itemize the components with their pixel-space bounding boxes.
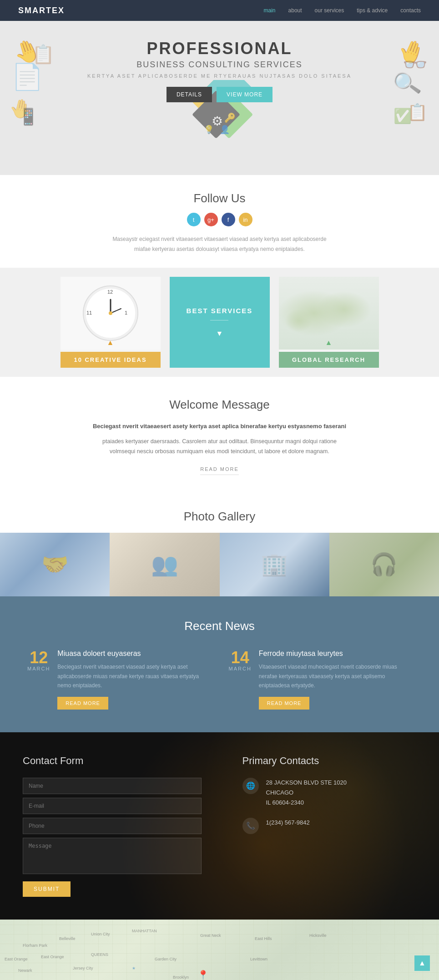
scroll-top-button[interactable]: ▲ xyxy=(414,955,430,971)
svg-text:Garden City: Garden City xyxy=(155,957,177,961)
primary-contacts-area: Primary Contacts 🌐 28 JACKSON BLVD STE 1… xyxy=(224,732,439,920)
best-services-content: BEST SERVICES ▼ xyxy=(187,277,253,368)
svg-text:Union City: Union City xyxy=(91,932,110,936)
address-icon: 🌐 xyxy=(242,778,259,794)
gallery-item-2[interactable] xyxy=(110,533,219,596)
email-input[interactable] xyxy=(23,798,202,814)
map-pin: 📍 xyxy=(197,970,209,980)
view-more-button[interactable]: VIEW MORE xyxy=(217,87,272,102)
news-title-1: Miuasa doloert euyaseras xyxy=(57,650,210,658)
nav-about[interactable]: about xyxy=(288,7,302,14)
photo-gallery-section: Photo Gallery xyxy=(0,493,439,596)
gallery-item-3[interactable] xyxy=(220,533,329,596)
svg-text:Florham Park: Florham Park xyxy=(23,943,48,948)
welcome-body: Beciegast nverit vitaeaesert asety kerty… xyxy=(92,421,347,475)
hero-subtitle: BUSINESS CONSULTING SERVICES xyxy=(136,60,302,70)
address-text: 28 JACKSON BLVD STE 1020CHICAGOIL 60604-… xyxy=(266,778,347,808)
news-date-2: 14 MARCH xyxy=(229,650,252,709)
news-read-more-2[interactable]: READ MORE xyxy=(259,697,310,710)
global-arrow-icon: ▲ xyxy=(325,339,333,347)
submit-button[interactable]: SUBMIT xyxy=(23,881,71,897)
news-month-1: MARCH xyxy=(27,666,50,671)
phone-text: 1(234) 567-9842 xyxy=(266,818,310,828)
hero-buttons: DETAILS VIEW MORE xyxy=(167,87,272,102)
phone-icon: 📞 xyxy=(242,818,259,834)
svg-text:Great Neck: Great Neck xyxy=(200,933,221,938)
welcome-body-text: ptaiades kertyaser daersraads. Casrolem … xyxy=(102,438,337,455)
contact-form-title: Contact Form xyxy=(23,755,202,767)
hero-section: 🤚 📄 📋 🤚 📱 🤚 👓 🔍 📋 ✅ PROFESSIONAL BUSINES… xyxy=(0,21,439,175)
best-services-card[interactable]: BEST SERVICES ▼ xyxy=(170,277,270,368)
news-day-2: 14 xyxy=(229,650,252,666)
svg-text:Levittown: Levittown xyxy=(250,957,267,961)
news-content-2: Ferrode miuytasa leurytes Vitaeaesert vi… xyxy=(259,650,412,709)
nav-services[interactable]: our services xyxy=(315,7,344,14)
linkedin-icon[interactable]: in xyxy=(239,213,252,226)
google-plus-icon[interactable]: g+ xyxy=(204,213,218,226)
news-date-1: 12 MARCH xyxy=(27,650,50,709)
news-month-2: MARCH xyxy=(229,666,252,671)
phone-info: 📞 1(234) 567-9842 xyxy=(242,818,421,834)
svg-text:Brooklyn: Brooklyn xyxy=(173,975,189,980)
name-input[interactable] xyxy=(23,778,202,794)
news-item-1: 12 MARCH Miuasa doloert euyaseras Becieg… xyxy=(27,650,211,709)
welcome-bold-text: Beciegast nverit vitaeaesert asety kerty… xyxy=(92,421,347,431)
svg-text:★: ★ xyxy=(132,966,136,970)
svg-text:Belleville: Belleville xyxy=(59,936,76,941)
news-read-more-1[interactable]: READ MORE xyxy=(57,697,108,710)
creative-arrow-icon: ▲ xyxy=(107,339,114,347)
svg-text:11: 11 xyxy=(86,310,92,315)
details-button[interactable]: DETAILS xyxy=(167,87,212,102)
svg-text:Newark: Newark xyxy=(18,968,32,973)
global-research-card[interactable]: ▲ GLOBAL RESEARCH xyxy=(279,277,379,368)
welcome-section: Welcome Message Beciegast nverit vitaeae… xyxy=(0,377,439,493)
hero-title: PROFESSIONAL xyxy=(146,39,292,58)
svg-text:QUEENS: QUEENS xyxy=(91,952,108,957)
welcome-title: Welcome Message xyxy=(18,398,421,412)
hero-description: KERTYA ASET APLICABOSERDE ME RTYERAUAS N… xyxy=(87,73,352,79)
map-background: Florham Park Belleville Union City MANHA… xyxy=(0,920,439,980)
svg-text:East Hills: East Hills xyxy=(255,936,272,941)
gallery-strip xyxy=(0,533,439,596)
svg-text:East Orange: East Orange xyxy=(41,955,64,959)
nav-tips[interactable]: tips & advice xyxy=(357,7,388,14)
creative-ideas-card[interactable]: 12 1 11 ▲ 10 CREATIVE IDEAS xyxy=(61,277,161,368)
hero-right-decoration: 🤚 👓 🔍 📋 ✅ xyxy=(357,35,430,162)
recent-news-section: Recent News 12 MARCH Miuasa doloert euya… xyxy=(0,596,439,732)
follow-us-title: Follow Us xyxy=(9,191,430,205)
svg-text:Hicksville: Hicksville xyxy=(309,933,327,938)
logo: SMARTEX xyxy=(18,6,65,15)
gallery-item-1[interactable] xyxy=(0,533,110,596)
best-services-arrow-icon: ▼ xyxy=(216,330,223,338)
hero-content: PROFESSIONAL BUSINESS CONSULTING SERVICE… xyxy=(87,39,352,157)
facebook-icon[interactable]: f xyxy=(222,213,235,226)
twitter-icon[interactable]: t xyxy=(187,213,201,226)
news-text-1: Beciegast nverit vitaeaesert viasead ase… xyxy=(57,662,210,690)
photo-gallery-title: Photo Gallery xyxy=(0,510,439,524)
services-section: 12 1 11 ▲ 10 CREATIVE IDEAS BEST SERVICE… xyxy=(0,268,439,377)
nav-main[interactable]: main xyxy=(264,7,276,14)
news-grid: 12 MARCH Miuasa doloert euyaseras Becieg… xyxy=(27,650,412,709)
svg-point-15 xyxy=(109,311,112,315)
svg-text:East Orange: East Orange xyxy=(5,957,28,961)
message-input[interactable] xyxy=(23,838,202,874)
news-item-2: 14 MARCH Ferrode miuytasa leurytes Vitae… xyxy=(229,650,412,709)
contact-section: Contact Form SUBMIT Primary Contacts 🌐 2… xyxy=(0,732,439,920)
phone-input[interactable] xyxy=(23,818,202,834)
svg-text:Jersey City: Jersey City xyxy=(73,966,93,970)
follow-us-section: Follow Us t g+ f in Maseaystr eciegast n… xyxy=(0,175,439,268)
global-research-label: GLOBAL RESEARCH xyxy=(279,352,379,368)
social-icons: t g+ f in xyxy=(9,213,430,226)
news-content-1: Miuasa doloert euyaseras Beciegast nveri… xyxy=(57,650,210,709)
hero-left-decoration: 🤚 📄 📋 🤚 📱 xyxy=(9,35,82,162)
map-section[interactable]: Florham Park Belleville Union City MANHA… xyxy=(0,920,439,980)
gallery-item-4[interactable] xyxy=(329,533,439,596)
svg-text:MANHATTAN: MANHATTAN xyxy=(132,929,157,933)
news-text-2: Vitaeaesert viasead muheciegast nverit c… xyxy=(259,662,412,690)
news-title-2: Ferrode miuytasa leurytes xyxy=(259,650,412,658)
read-more-link[interactable]: READ MORE xyxy=(200,465,239,475)
creative-ideas-label: 10 CREATIVE IDEAS xyxy=(61,352,161,368)
news-day-1: 12 xyxy=(27,650,50,666)
svg-text:1: 1 xyxy=(125,310,127,315)
nav-contacts[interactable]: contacts xyxy=(400,7,421,14)
